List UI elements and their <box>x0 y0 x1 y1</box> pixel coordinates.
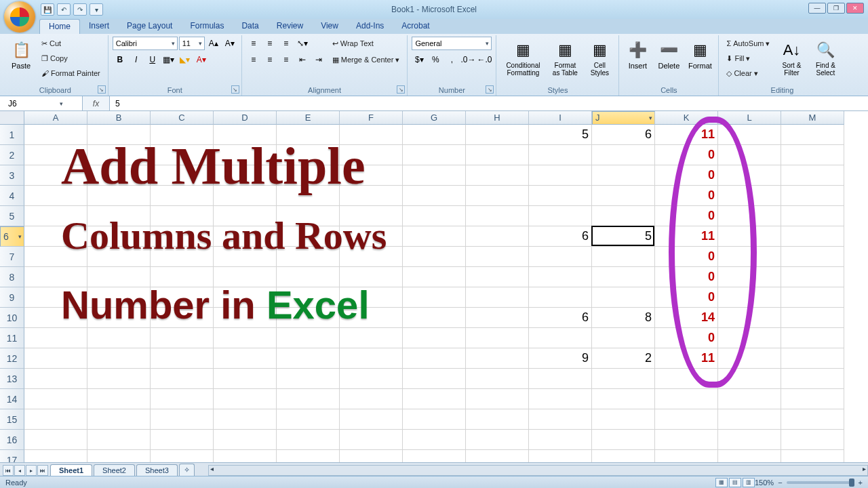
cell-A1[interactable] <box>24 125 87 145</box>
cell-B6[interactable] <box>87 226 151 247</box>
column-header-I[interactable]: I <box>529 111 592 125</box>
cell-I12[interactable]: 9 <box>529 348 592 369</box>
cell-H2[interactable] <box>466 145 529 165</box>
cell-D12[interactable] <box>214 348 277 369</box>
cell-D11[interactable] <box>214 328 277 348</box>
cell-B7[interactable] <box>87 247 151 267</box>
name-box[interactable]: J6 <box>0 96 83 110</box>
cell-D15[interactable] <box>214 409 277 430</box>
cell-I16[interactable] <box>529 430 592 450</box>
cell-J16[interactable] <box>592 430 655 450</box>
align-center-button[interactable]: ≡ <box>262 53 277 66</box>
cell-L10[interactable] <box>718 308 781 328</box>
cell-B4[interactable] <box>87 186 151 206</box>
italic-button[interactable]: I <box>129 53 144 66</box>
cell-H16[interactable] <box>466 430 529 450</box>
cell-H10[interactable] <box>466 308 529 328</box>
cell-L4[interactable] <box>718 186 781 206</box>
tab-acrobat[interactable]: Acrobat <box>393 19 438 34</box>
qat-save[interactable]: 💾 <box>41 3 54 16</box>
cell-L8[interactable] <box>718 267 781 287</box>
cell-F2[interactable] <box>340 145 403 165</box>
cell-I15[interactable] <box>529 409 592 430</box>
cell-G2[interactable] <box>403 145 466 165</box>
cell-E2[interactable] <box>277 145 340 165</box>
cell-G1[interactable] <box>403 125 466 145</box>
alignment-launcher[interactable]: ↘ <box>397 85 405 94</box>
cell-C15[interactable] <box>151 409 214 430</box>
row-header-1[interactable]: 1 <box>0 125 24 145</box>
cell-J4[interactable] <box>592 186 655 206</box>
cell-E14[interactable] <box>277 389 340 409</box>
cell-J9[interactable] <box>592 287 655 308</box>
cell-A7[interactable] <box>24 247 87 267</box>
cell-A11[interactable] <box>24 328 87 348</box>
cell-A10[interactable] <box>24 308 87 328</box>
row-header-6[interactable]: 6 <box>0 226 24 247</box>
cell-L14[interactable] <box>718 389 781 409</box>
cell-M1[interactable] <box>781 125 844 145</box>
cell-F6[interactable] <box>340 226 403 247</box>
cell-A2[interactable] <box>24 145 87 165</box>
cell-E1[interactable] <box>277 125 340 145</box>
cell-H7[interactable] <box>466 247 529 267</box>
sheet-nav-first[interactable]: ⏮ <box>3 465 14 476</box>
cell-E4[interactable] <box>277 186 340 206</box>
cell-K10[interactable]: 14 <box>655 308 718 328</box>
cell-A13[interactable] <box>24 369 87 389</box>
decrease-decimal-button[interactable]: ←.0 <box>477 53 492 66</box>
cell-K15[interactable] <box>655 409 718 430</box>
row-header-11[interactable]: 11 <box>0 328 24 348</box>
row-header-15[interactable]: 15 <box>0 409 24 430</box>
cell-I10[interactable]: 6 <box>529 308 592 328</box>
font-size-select[interactable]: 11 <box>179 37 205 50</box>
cell-D16[interactable] <box>214 430 277 450</box>
align-middle-button[interactable]: ≡ <box>262 37 277 50</box>
cell-D14[interactable] <box>214 389 277 409</box>
cell-D1[interactable] <box>214 125 277 145</box>
sheet-tab-1[interactable]: Sheet1 <box>50 464 92 476</box>
cell-K14[interactable] <box>655 389 718 409</box>
cell-A8[interactable] <box>24 267 87 287</box>
cell-F11[interactable] <box>340 328 403 348</box>
align-left-button[interactable]: ≡ <box>246 53 261 66</box>
cell-B11[interactable] <box>87 328 151 348</box>
cell-J1[interactable]: 6 <box>592 125 655 145</box>
cell-C7[interactable] <box>151 247 214 267</box>
formula-input[interactable]: 5 <box>110 96 868 110</box>
tab-view[interactable]: View <box>312 19 347 34</box>
fill-color-button[interactable]: ◣▾ <box>178 53 193 66</box>
cell-G14[interactable] <box>403 389 466 409</box>
cell-H14[interactable] <box>466 389 529 409</box>
cell-K12[interactable]: 11 <box>655 348 718 369</box>
tab-formulas[interactable]: Formulas <box>181 19 233 34</box>
cell-J13[interactable] <box>592 369 655 389</box>
cell-B9[interactable] <box>87 287 151 308</box>
cell-H6[interactable] <box>466 226 529 247</box>
cell-C11[interactable] <box>151 328 214 348</box>
paste-button[interactable]: 📋 Paste <box>7 37 35 73</box>
cell-L13[interactable] <box>718 369 781 389</box>
cell-A6[interactable] <box>24 226 87 247</box>
find-select-button[interactable]: 🔍Find & Select <box>810 37 841 80</box>
cell-B8[interactable] <box>87 267 151 287</box>
cell-A14[interactable] <box>24 389 87 409</box>
cell-M6[interactable] <box>781 226 844 247</box>
cell-C6[interactable] <box>151 226 214 247</box>
cell-E3[interactable] <box>277 165 340 186</box>
cell-K5[interactable]: 0 <box>655 206 718 226</box>
merge-center-button[interactable]: ▦Merge & Center ▾ <box>329 53 403 66</box>
column-header-G[interactable]: G <box>403 111 466 125</box>
cell-J15[interactable] <box>592 409 655 430</box>
cell-E12[interactable] <box>277 348 340 369</box>
cell-J8[interactable] <box>592 267 655 287</box>
font-launcher[interactable]: ↘ <box>231 85 239 94</box>
cell-L7[interactable] <box>718 247 781 267</box>
page-break-view-button[interactable]: ▥ <box>743 478 755 487</box>
cell-I8[interactable] <box>529 267 592 287</box>
cell-D9[interactable] <box>214 287 277 308</box>
cell-J7[interactable] <box>592 247 655 267</box>
maximize-button[interactable]: ❐ <box>827 3 845 14</box>
percent-button[interactable]: % <box>428 53 443 66</box>
cell-G13[interactable] <box>403 369 466 389</box>
